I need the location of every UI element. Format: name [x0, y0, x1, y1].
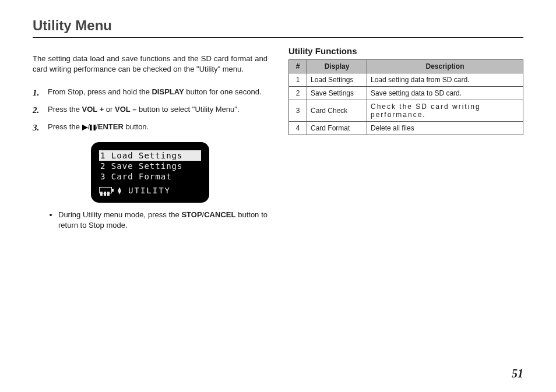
step3-enter: ENTER: [98, 122, 124, 131]
lcd-line-2: 2 Save Settings: [99, 161, 201, 171]
cell-display: Card Check: [307, 100, 367, 122]
col-num: #: [289, 60, 307, 73]
note-item: During Utility menu mode, press the STOP…: [58, 210, 268, 231]
step-2: Press the VOL + or VOL – button to selec…: [33, 104, 268, 115]
note-stop: STOP: [181, 210, 202, 219]
cell-desc: Check the SD card writing performance.: [367, 100, 523, 122]
col-display: Display: [307, 60, 367, 73]
table-row: 4 Card Format Delete all files: [289, 122, 523, 135]
lcd-footer-text: UTILITY: [128, 185, 171, 196]
pause-icon: [90, 122, 96, 131]
table-row: 1 Load Settings Load setting data from S…: [289, 73, 523, 87]
step2-vol-minus: VOL –: [115, 105, 136, 114]
steps-list: From Stop, press and hold the DISPLAY bu…: [33, 87, 268, 133]
table-row: 3 Card Check Check the SD card writing p…: [289, 100, 523, 122]
cell-num: 4: [289, 122, 307, 135]
step1-text-c: button for one second.: [184, 87, 262, 96]
step2-text-e: button to select "Utility Menu".: [136, 105, 239, 114]
cell-desc: Delete all files: [367, 122, 523, 135]
note-cancel: CANCEL: [204, 210, 235, 219]
step2-text-c: or: [104, 105, 115, 114]
table-header-row: # Display Description: [289, 60, 523, 73]
left-column: The setting data load and save functions…: [33, 46, 268, 231]
step3-text-a: Press the: [48, 122, 82, 131]
cell-num: 1: [289, 73, 307, 87]
updown-icon: ▲▼: [118, 187, 122, 194]
lcd-line-1: 1 Load Settings: [99, 150, 201, 161]
cell-desc: Save setting data to SD card.: [367, 87, 523, 100]
step2-vol-plus: VOL +: [82, 105, 104, 114]
manual-page: Utility Menu The setting data load and s…: [0, 0, 556, 392]
cell-display: Load Settings: [307, 73, 367, 87]
battery-icon: [99, 187, 112, 193]
cell-num: 2: [289, 87, 307, 100]
cell-desc: Load setting data from SD card.: [367, 73, 523, 87]
horizontal-rule: [33, 37, 523, 38]
intro-paragraph: The setting data load and save functions…: [33, 54, 268, 74]
step-3: Press the //ENTER button.: [33, 122, 268, 132]
lcd-footer: ▲▼ UTILITY: [99, 185, 201, 196]
table-row: 2 Save Settings Save setting data to SD …: [289, 87, 523, 100]
svg-marker-0: [82, 125, 88, 130]
step1-button-label: DISPLAY: [152, 87, 184, 96]
cell-display: Card Format: [307, 122, 367, 135]
svg-rect-1: [90, 125, 92, 130]
utility-functions-table: # Display Description 1 Load Settings Lo…: [288, 59, 523, 135]
step2-text-a: Press the: [48, 105, 82, 114]
step-1: From Stop, press and hold the DISPLAY bu…: [33, 87, 268, 97]
right-column: Utility Functions # Display Description …: [288, 46, 523, 231]
two-column-layout: The setting data load and save functions…: [33, 46, 523, 231]
cell-num: 3: [289, 100, 307, 122]
note-list: During Utility menu mode, press the STOP…: [33, 210, 268, 231]
cell-display: Save Settings: [307, 87, 367, 100]
step3-text-c: button.: [124, 122, 149, 131]
note-a: During Utility menu mode, press the: [58, 210, 181, 219]
lcd-line-3: 3 Card Format: [99, 171, 201, 182]
lcd-screenshot: 1 Load Settings 2 Save Settings 3 Card F…: [91, 142, 209, 203]
col-desc: Description: [367, 60, 523, 73]
step1-text-a: From Stop, press and hold the: [48, 87, 152, 96]
page-number: 51: [512, 367, 523, 380]
play-icon: [82, 122, 88, 131]
utility-functions-heading: Utility Functions: [288, 46, 523, 56]
page-title: Utility Menu: [33, 17, 523, 34]
